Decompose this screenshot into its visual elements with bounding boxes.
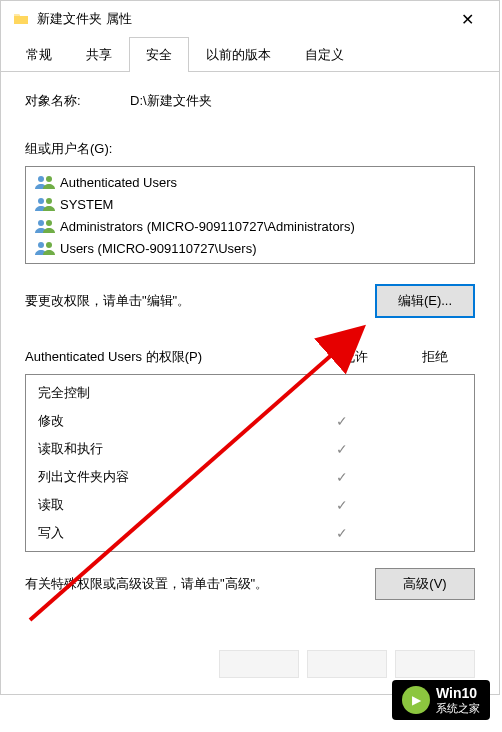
svg-point-7 [46,242,52,248]
edit-label: 要更改权限，请单击"编辑"。 [25,292,190,310]
advanced-label: 有关特殊权限或高级设置，请单击"高级"。 [25,575,268,593]
group-name: SYSTEM [60,197,113,212]
perm-name: 完全控制 [38,384,302,402]
groups-list[interactable]: Authenticated Users SYSTEM Administrator… [25,166,475,264]
group-item[interactable]: Users (MICRO-909110727\Users) [26,237,474,259]
svg-point-5 [46,220,52,226]
group-name: Authenticated Users [60,175,177,190]
tab-previous-versions[interactable]: 以前的版本 [189,37,288,72]
groups-label: 组或用户名(G): [25,140,475,158]
svg-point-1 [46,176,52,182]
perm-allow [302,413,382,429]
cancel-button[interactable] [307,650,387,678]
window-title: 新建文件夹 属性 [37,10,447,28]
svg-point-0 [38,176,44,182]
apply-button[interactable] [395,650,475,678]
permissions-header: Authenticated Users 的权限(P) 允许 拒绝 [25,348,475,366]
group-name: Users (MICRO-909110727\Users) [60,241,257,256]
edit-row: 要更改权限，请单击"编辑"。 编辑(E)... [25,284,475,318]
group-item[interactable]: SYSTEM [26,193,474,215]
perm-row: 修改 [26,407,474,435]
content-area: 对象名称: D:\新建文件夹 组或用户名(G): Authenticated U… [1,72,499,650]
perm-allow [302,441,382,457]
tab-general[interactable]: 常规 [9,37,69,72]
tab-sharing[interactable]: 共享 [69,37,129,72]
perm-name: 读取 [38,496,302,514]
svg-point-6 [38,242,44,248]
users-icon [34,240,56,256]
tab-security[interactable]: 安全 [129,37,189,72]
group-item[interactable]: Administrators (MICRO-909110727\Administ… [26,215,474,237]
svg-point-3 [46,198,52,204]
perm-row: 完全控制 [26,379,474,407]
watermark: Win10 系统之家 [392,680,490,720]
perm-row: 读取和执行 [26,435,474,463]
allow-column-header: 允许 [315,348,395,366]
perm-allow [302,469,382,485]
watermark-line1: Win10 [436,686,480,701]
users-icon [34,196,56,212]
perm-name: 列出文件夹内容 [38,468,302,486]
deny-column-header: 拒绝 [395,348,475,366]
object-value: D:\新建文件夹 [130,92,212,110]
watermark-logo-icon [402,686,430,714]
advanced-button[interactable]: 高级(V) [375,568,475,600]
advanced-row: 有关特殊权限或高级设置，请单击"高级"。 高级(V) [25,568,475,600]
folder-icon [13,11,29,27]
users-icon [34,174,56,190]
perm-allow [302,497,382,513]
perm-name: 修改 [38,412,302,430]
group-name: Administrators (MICRO-909110727\Administ… [60,219,355,234]
svg-point-4 [38,220,44,226]
titlebar: 新建文件夹 属性 ✕ [1,1,499,37]
perm-row: 列出文件夹内容 [26,463,474,491]
perm-row: 写入 [26,519,474,547]
permissions-list: 完全控制 修改 读取和执行 列出文件夹内容 读取 [25,374,475,552]
tab-customize[interactable]: 自定义 [288,37,361,72]
object-label: 对象名称: [25,92,130,110]
perm-allow [302,525,382,541]
perm-name: 读取和执行 [38,440,302,458]
watermark-line2: 系统之家 [436,702,480,714]
perm-name: 写入 [38,524,302,542]
users-icon [34,218,56,234]
watermark-text: Win10 系统之家 [436,686,480,713]
properties-dialog: 新建文件夹 属性 ✕ 常规 共享 安全 以前的版本 自定义 对象名称: D:\新… [0,0,500,695]
edit-button[interactable]: 编辑(E)... [375,284,475,318]
permissions-user-label: Authenticated Users 的权限(P) [25,348,315,366]
group-item[interactable]: Authenticated Users [26,171,474,193]
svg-point-2 [38,198,44,204]
object-row: 对象名称: D:\新建文件夹 [25,92,475,110]
ok-button[interactable] [219,650,299,678]
close-button[interactable]: ✕ [447,5,487,33]
perm-row: 读取 [26,491,474,519]
tab-bar: 常规 共享 安全 以前的版本 自定义 [1,37,499,72]
